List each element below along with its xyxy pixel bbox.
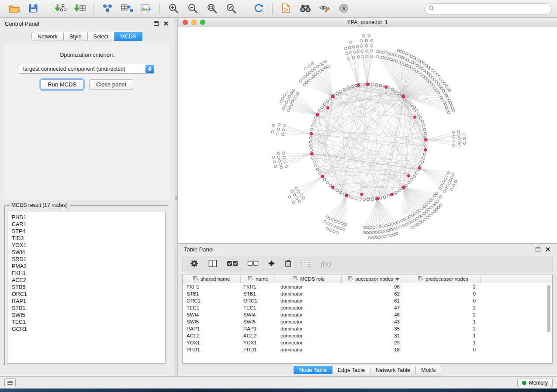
- column-header-shared-name[interactable]: shared name: [183, 275, 241, 283]
- network-canvas[interactable]: [178, 27, 557, 243]
- close-window-button[interactable]: [183, 20, 188, 25]
- show-graphics-button[interactable]: [335, 1, 353, 16]
- memory-button[interactable]: Memory: [517, 378, 553, 387]
- mcds-result-item[interactable]: PHD1: [12, 214, 161, 221]
- zoom-fit-icon: [206, 3, 218, 15]
- table-row[interactable]: RAP1RAP1dominator352: [183, 325, 552, 332]
- zoom-fit-button[interactable]: [203, 1, 221, 16]
- mcds-result-item[interactable]: ORC1: [12, 291, 161, 298]
- cell-successor-nodes: 29: [342, 340, 406, 345]
- mcds-result-item[interactable]: TEC1: [12, 319, 161, 326]
- mcds-result-item[interactable]: TID3: [12, 235, 161, 242]
- deselect-all-rows-button[interactable]: [247, 258, 259, 271]
- mcds-result-list[interactable]: PHD1 CAR1 STP4 TID3 YOX1 SWI4 SRD1 PMA2 …: [7, 212, 166, 364]
- mcds-result-item[interactable]: FKH1: [12, 270, 161, 277]
- mcds-result-item[interactable]: RAP1: [12, 298, 161, 305]
- mcds-result-item[interactable]: SWI5: [12, 312, 161, 319]
- export-image-button[interactable]: [137, 1, 155, 16]
- tab-network-table[interactable]: Network Table: [370, 366, 416, 374]
- cell-mcds-role: connector: [276, 319, 342, 324]
- tab-style[interactable]: Style: [64, 32, 88, 41]
- mcds-result-item[interactable]: PMA2: [12, 263, 161, 270]
- cell-shared-name: PHD1: [183, 347, 241, 352]
- zoom-selected-button[interactable]: [222, 1, 240, 16]
- tab-select[interactable]: Select: [88, 32, 115, 41]
- cell-predecessor-nodes: 0: [406, 347, 481, 352]
- float-panel-button[interactable]: [153, 21, 159, 27]
- tab-network[interactable]: Network: [31, 32, 64, 41]
- table-row[interactable]: PHD1PHD1dominator180: [183, 346, 552, 353]
- save-session-button[interactable]: [24, 1, 42, 16]
- cell-successor-nodes: 47: [342, 305, 406, 310]
- show-columns-button[interactable]: [208, 258, 218, 271]
- mcds-result-item[interactable]: STB5: [12, 284, 161, 291]
- tab-motifs[interactable]: Motifs: [416, 366, 441, 374]
- table-scrollbar[interactable]: [547, 284, 551, 362]
- tab-edge-table[interactable]: Edge Table: [332, 366, 370, 374]
- mcds-result-group: MCDS result (17 nodes) PHD1 CAR1 STP4 TI…: [4, 202, 168, 366]
- mcds-result-item[interactable]: CAR1: [12, 221, 161, 228]
- zoom-in-button[interactable]: [165, 1, 182, 16]
- mcds-result-item[interactable]: GCR1: [12, 326, 161, 333]
- table-panel: Table Panel f(x) shared name n: [178, 244, 557, 376]
- mcds-result-item[interactable]: STB1: [12, 305, 161, 312]
- cell-predecessor-nodes: 1: [406, 333, 481, 338]
- mcds-result-item[interactable]: STP4: [12, 228, 161, 235]
- network-titlebar[interactable]: YPA_prune.txt_1: [178, 18, 557, 27]
- cell-predecessor-nodes: 1: [406, 319, 481, 324]
- status-menu-button[interactable]: [4, 378, 16, 387]
- network-from-table-button[interactable]: [118, 1, 135, 16]
- zoom-out-icon: [187, 3, 198, 15]
- close-panel-button[interactable]: Close panel: [89, 79, 133, 89]
- search-input[interactable]: [437, 6, 547, 12]
- import-network-button[interactable]: [52, 1, 69, 16]
- column-header-successor-nodes[interactable]: successor nodes: [342, 275, 406, 283]
- cell-mcds-role: dominator: [276, 298, 342, 303]
- mcds-result-item[interactable]: YOX1: [12, 242, 161, 249]
- optimization-criterion-select[interactable]: largest connected component (undirected): [19, 64, 155, 74]
- close-table-panel-button[interactable]: [545, 246, 551, 252]
- share-document-button[interactable]: [277, 1, 295, 16]
- panel-splitter[interactable]: [174, 18, 178, 376]
- mcds-result-item[interactable]: ACE2: [12, 277, 161, 284]
- splitter-arrows-icon[interactable]: [175, 195, 177, 203]
- column-label: predecessor nodes: [426, 276, 468, 282]
- float-table-panel-button[interactable]: [535, 246, 541, 252]
- tab-mcds[interactable]: MCDS: [114, 32, 142, 41]
- select-all-rows-button[interactable]: [227, 258, 238, 271]
- zoom-out-button[interactable]: [184, 1, 201, 16]
- toolbar-search[interactable]: [424, 3, 552, 14]
- column-header-mcds-role[interactable]: MCDS role: [276, 275, 342, 283]
- scrollbar-thumb[interactable]: [547, 285, 550, 332]
- network-graph[interactable]: [178, 27, 557, 244]
- minimize-window-button[interactable]: [191, 20, 197, 25]
- find-button[interactable]: [297, 1, 314, 16]
- add-column-button[interactable]: [268, 258, 275, 271]
- cell-successor-nodes: 31: [342, 333, 406, 338]
- table-settings-button[interactable]: [190, 258, 199, 271]
- apply-layout-button[interactable]: [250, 1, 267, 16]
- table-row[interactable]: STB1STB1dominator620: [183, 290, 552, 297]
- table-row[interactable]: FKH1FKH1dominator962: [183, 283, 552, 290]
- node-table[interactable]: shared name name MCDS role successor nod…: [182, 275, 553, 364]
- close-panel-icon-button[interactable]: [163, 21, 169, 27]
- maximize-window-button[interactable]: [200, 20, 205, 25]
- run-mcds-button[interactable]: Run MCDS: [41, 79, 83, 89]
- mcds-result-item[interactable]: SWI4: [12, 249, 161, 256]
- open-session-button[interactable]: [5, 1, 23, 16]
- column-header-name[interactable]: name: [241, 275, 276, 283]
- delete-column-button[interactable]: [284, 258, 292, 271]
- tab-node-table[interactable]: Node Table: [294, 366, 332, 374]
- new-network-button[interactable]: [99, 1, 116, 16]
- annotation-button[interactable]: [316, 1, 333, 16]
- table-row[interactable]: YOX1YOX1connector291: [183, 339, 552, 346]
- table-row[interactable]: TEC1TEC1connector472: [183, 304, 552, 311]
- table-row[interactable]: ACE2ACE2connector311: [183, 332, 552, 339]
- table-row[interactable]: SWI5SWI5connector431: [183, 318, 552, 325]
- mcds-result-item[interactable]: SRD1: [12, 256, 161, 263]
- function-builder-button[interactable]: f(x): [321, 258, 331, 271]
- column-header-predecessor-nodes[interactable]: predecessor nodes: [406, 275, 481, 283]
- table-row[interactable]: ORC1ORC1dominator610: [183, 297, 552, 304]
- import-table-button[interactable]: [71, 1, 89, 16]
- table-row[interactable]: SWI4SWI4dominator462: [183, 311, 552, 318]
